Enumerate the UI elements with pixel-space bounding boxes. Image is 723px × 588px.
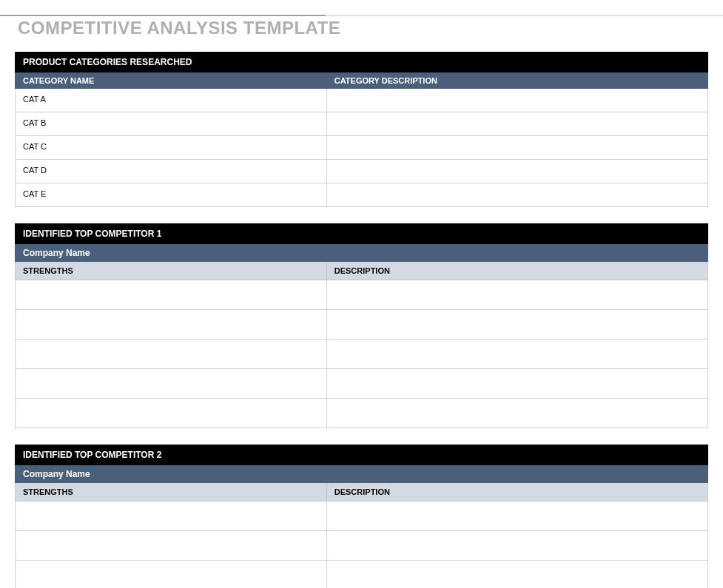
desc-cell (327, 310, 707, 339)
competitor2-row[interactable] (15, 561, 708, 588)
competitor2-column-header: STRENGTHS DESCRIPTION (15, 483, 708, 501)
category-name-cell: CAT A (16, 89, 327, 112)
competitor2-header: IDENTIFIED TOP COMPETITOR 2 (15, 445, 708, 465)
competitor1-row[interactable] (15, 399, 708, 428)
categories-column-header: CATEGORY NAME CATEGORY DESCRIPTION (15, 72, 708, 89)
competitor1-row[interactable] (15, 310, 708, 339)
competitor1-column-header: STRENGTHS DESCRIPTION (15, 262, 708, 280)
competitor1-header: IDENTIFIED TOP COMPETITOR 1 (15, 223, 708, 244)
col-category-name: CATEGORY NAME (16, 72, 327, 89)
category-row[interactable]: CAT D (15, 160, 708, 183)
categories-header: PRODUCT CATEGORIES RESEARCHED (15, 52, 708, 72)
category-name-cell: CAT C (16, 136, 327, 159)
category-name-cell: CAT E (16, 183, 327, 206)
col-description: DESCRIPTION (327, 483, 707, 501)
competitor2-section: IDENTIFIED TOP COMPETITOR 2 Company Name… (15, 445, 708, 588)
category-name-cell: CAT B (16, 112, 327, 135)
col-description: DESCRIPTION (327, 262, 707, 280)
competitor1-section: IDENTIFIED TOP COMPETITOR 1 Company Name… (15, 223, 708, 428)
col-strengths: STRENGTHS (16, 483, 327, 501)
strength-cell (16, 369, 327, 398)
category-row[interactable]: CAT C (15, 136, 708, 160)
competitor1-row[interactable] (15, 339, 708, 369)
desc-cell (327, 399, 707, 428)
competitor1-company-label: Company Name (15, 244, 708, 262)
top-border (0, 15, 723, 16)
desc-cell (327, 561, 707, 588)
desc-cell (327, 339, 707, 368)
col-strengths: STRENGTHS (16, 262, 327, 280)
page-title: COMPETITIVE ANALYSIS TEMPLATE (18, 18, 708, 38)
category-desc-cell (327, 183, 707, 206)
strength-cell (16, 280, 327, 309)
strength-cell (16, 561, 327, 588)
category-desc-cell (327, 89, 707, 112)
strength-cell (16, 501, 327, 530)
category-row[interactable]: CAT E (15, 183, 708, 207)
category-desc-cell (327, 136, 707, 159)
category-name-cell: CAT D (16, 160, 327, 183)
competitor2-company-label: Company Name (15, 465, 708, 483)
competitor2-row[interactable] (15, 531, 708, 561)
strength-cell (16, 531, 327, 560)
competitor1-row[interactable] (15, 280, 708, 310)
col-category-desc: CATEGORY DESCRIPTION (327, 72, 707, 89)
strength-cell (16, 310, 327, 339)
desc-cell (327, 369, 707, 398)
desc-cell (327, 501, 707, 530)
category-desc-cell (327, 160, 707, 183)
category-row[interactable]: CAT B (15, 112, 708, 136)
competitor2-row[interactable] (15, 501, 708, 531)
category-row[interactable]: CAT A (15, 89, 708, 112)
desc-cell (327, 280, 707, 309)
category-desc-cell (327, 112, 707, 135)
strength-cell (16, 399, 327, 428)
competitor1-row[interactable] (15, 369, 708, 399)
categories-section: PRODUCT CATEGORIES RESEARCHED CATEGORY N… (15, 52, 708, 207)
strength-cell (16, 339, 327, 368)
desc-cell (327, 531, 707, 560)
